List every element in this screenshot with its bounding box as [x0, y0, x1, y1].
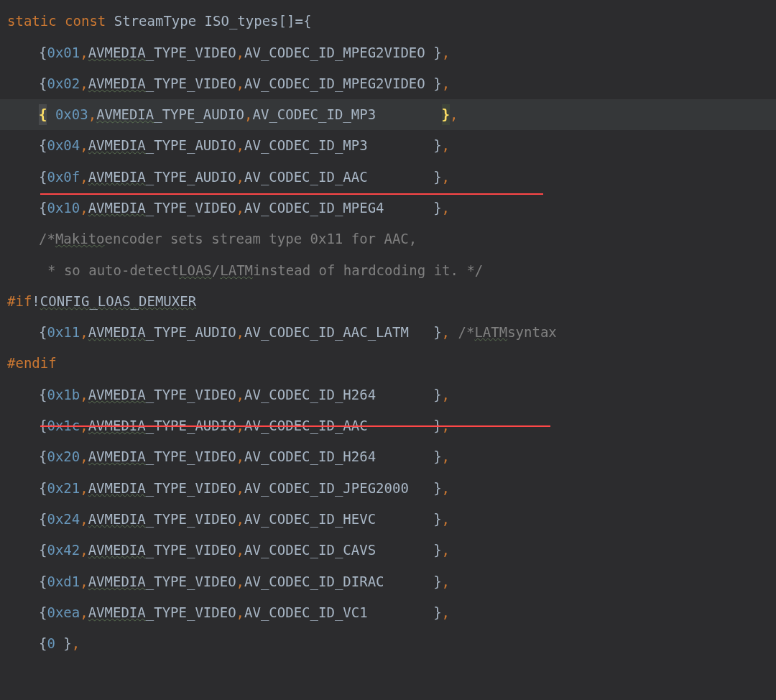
entry-open: {: [39, 509, 47, 530]
code-line: { 0x11 , AVMEDIA_TYPE_AUDIO , AV_CODEC_I…: [7, 317, 769, 348]
codec-id: AV_CODEC_ID_MPEG2VIDEO: [244, 73, 425, 94]
code-editor-area[interactable]: static const StreamType ISO_types [] = {…: [7, 6, 769, 659]
hex-value: 0x20: [47, 446, 80, 467]
hex-value: 0x42: [47, 540, 80, 561]
entry-open: {: [39, 540, 47, 561]
comment-line: * so auto-detect LOAS / LATM instead of …: [7, 254, 769, 285]
hex-value: 0xd1: [47, 571, 80, 592]
media-type: AVMEDIA: [88, 384, 146, 405]
hex-value: 0x03: [55, 104, 88, 125]
entry-open: {: [39, 167, 47, 188]
keyword-const: const: [65, 11, 106, 32]
code-line-active: { 0x03 , AVMEDIA_TYPE_AUDIO , AV_CODEC_I…: [7, 99, 769, 130]
media-type: AVMEDIA: [96, 104, 154, 125]
entry-open: {: [39, 602, 47, 623]
type-name: StreamType: [114, 11, 196, 32]
entry-open: {: [39, 42, 47, 63]
entry-close: }: [433, 478, 441, 499]
code-line: { 0x24 , AVMEDIA_TYPE_VIDEO , AV_CODEC_I…: [7, 504, 769, 535]
preprocessor-line: #endif: [7, 348, 769, 379]
hex-value: 0x04: [47, 135, 80, 156]
codec-id: AV_CODEC_ID_H264: [244, 384, 376, 405]
hex-value: 0x21: [47, 478, 80, 499]
entry-close: }: [433, 135, 441, 156]
code-line: { 0x0f , AVMEDIA_TYPE_AUDIO , AV_CODEC_I…: [7, 161, 769, 192]
hex-value: 0x24: [47, 509, 80, 530]
media-type: AVMEDIA: [88, 540, 146, 561]
array-suffix: []: [279, 11, 295, 32]
entry-open: {: [39, 73, 47, 94]
entry-close: }: [433, 384, 441, 405]
codec-id: AV_CODEC_ID_H264: [244, 446, 376, 467]
codec-id: AV_CODEC_ID_MPEG4: [244, 198, 384, 218]
media-type: AVMEDIA: [88, 73, 146, 94]
entry-open: {: [39, 135, 47, 156]
entry-close: }: [433, 602, 441, 623]
codec-id: AV_CODEC_ID_DIRAC: [244, 571, 384, 592]
codec-id: AV_CODEC_ID_HEVC: [244, 509, 376, 530]
comment-line: /* Makito encoder sets stream type 0x11 …: [7, 224, 769, 254]
entry-close: }: [433, 509, 441, 530]
code-line: { 0x01 , AVMEDIA_TYPE_VIDEO , AV_CODEC_I…: [7, 37, 769, 68]
comment-word: LATM: [220, 260, 253, 281]
hex-value: 0x1b: [47, 384, 80, 405]
preproc-condition: CONFIG_LOAS_DEMUXER: [40, 291, 196, 312]
codec-id: AV_CODEC_ID_JPEG2000: [244, 478, 409, 499]
codec-id: AV_CODEC_ID_AAC_LATM: [244, 322, 409, 343]
code-line: { 0xea , AVMEDIA_TYPE_VIDEO , AV_CODEC_I…: [7, 597, 769, 628]
entry-open: {: [39, 384, 47, 405]
codec-id: AV_CODEC_ID_MP3: [253, 104, 377, 125]
codec-id: AV_CODEC_ID_MP3: [244, 135, 368, 156]
entry-close: }: [433, 322, 441, 343]
entry-open: {: [39, 322, 47, 343]
code-line: { 0x1b , AVMEDIA_TYPE_VIDEO , AV_CODEC_I…: [7, 379, 769, 410]
code-line: { 0x04 , AVMEDIA_TYPE_AUDIO , AV_CODEC_I…: [7, 130, 769, 161]
media-type: AVMEDIA: [88, 135, 146, 156]
media-type: AVMEDIA: [88, 571, 146, 592]
preproc-if: #if: [7, 291, 32, 312]
code-line: { 0x20 , AVMEDIA_TYPE_VIDEO , AV_CODEC_I…: [7, 441, 769, 472]
comment: * so auto-detect: [47, 260, 179, 281]
entry-open: {: [39, 571, 47, 592]
equals: =: [295, 11, 302, 32]
media-type: AVMEDIA: [88, 446, 146, 467]
media-type: AVMEDIA: [88, 509, 146, 530]
media-type: AVMEDIA: [88, 42, 146, 63]
hex-value: 0x01: [47, 42, 80, 63]
code-line: { 0x21 , AVMEDIA_TYPE_VIDEO , AV_CODEC_I…: [7, 472, 769, 503]
comment: /*: [39, 229, 55, 249]
entry-close: }: [433, 540, 441, 561]
media-type: AVMEDIA: [88, 478, 146, 499]
annotation-underline-2: [40, 425, 550, 427]
entry-close: }: [433, 42, 441, 63]
entry-close: }: [433, 571, 441, 592]
codec-id: AV_CODEC_ID_AAC: [244, 167, 368, 188]
media-type: AVMEDIA: [88, 322, 146, 343]
entry-close: }: [433, 198, 441, 218]
hex-value: 0x10: [47, 198, 80, 218]
code-line: { 0x42 , AVMEDIA_TYPE_VIDEO , AV_CODEC_I…: [7, 535, 769, 566]
codec-id: AV_CODEC_ID_CAVS: [244, 540, 376, 561]
annotation-underline-1: [40, 193, 543, 195]
entry-open: {: [39, 633, 47, 654]
hex-value: 0xea: [47, 602, 80, 623]
zero-value: 0: [47, 633, 55, 654]
entry-open: {: [39, 198, 47, 218]
code-line: { 0x02 , AVMEDIA_TYPE_VIDEO , AV_CODEC_I…: [7, 68, 769, 99]
entry-close: }: [433, 167, 441, 188]
variable-name: ISO_types: [205, 11, 279, 32]
entry-close: }: [63, 633, 71, 654]
hex-value: 0x02: [47, 73, 80, 94]
inline-comment: /*: [458, 322, 475, 343]
code-line: { 0 } ,: [7, 628, 769, 659]
comment-word: LOAS: [179, 260, 212, 281]
code-line: { 0xd1 , AVMEDIA_TYPE_VIDEO , AV_CODEC_I…: [7, 566, 769, 597]
codec-id: AV_CODEC_ID_VC1: [244, 602, 368, 623]
comment-word: Makito: [55, 229, 105, 249]
code-line: static const StreamType ISO_types [] = {: [7, 6, 769, 37]
entry-open-matched: {: [39, 104, 47, 125]
open-brace: {: [303, 11, 311, 32]
code-line: { 0x10 , AVMEDIA_TYPE_VIDEO , AV_CODEC_I…: [7, 193, 769, 224]
entry-close-matched: }: [442, 104, 450, 125]
media-type: AVMEDIA: [88, 198, 146, 218]
